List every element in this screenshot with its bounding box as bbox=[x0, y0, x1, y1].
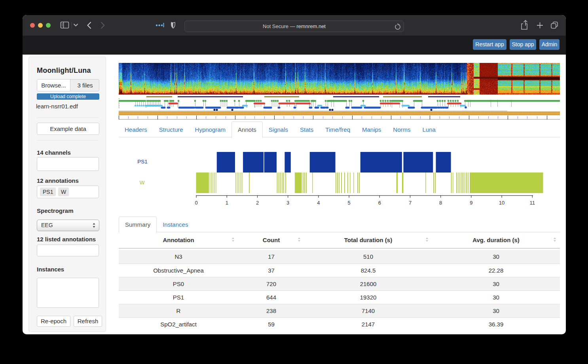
svg-text:1: 1 bbox=[226, 200, 228, 206]
svg-text:W: W bbox=[140, 180, 145, 186]
svg-text:7: 7 bbox=[409, 200, 412, 206]
svg-text:9: 9 bbox=[470, 200, 472, 206]
svg-text:PS1: PS1 bbox=[137, 159, 148, 165]
svg-text:5: 5 bbox=[347, 200, 350, 206]
svg-text:6: 6 bbox=[378, 200, 381, 206]
svg-text:8: 8 bbox=[439, 200, 442, 206]
svg-text:0: 0 bbox=[195, 200, 197, 206]
svg-text:10: 10 bbox=[499, 200, 505, 206]
svg-text:4: 4 bbox=[317, 200, 320, 206]
svg-text:2: 2 bbox=[256, 200, 259, 206]
svg-text:3: 3 bbox=[286, 200, 289, 206]
svg-text:11: 11 bbox=[530, 200, 535, 206]
